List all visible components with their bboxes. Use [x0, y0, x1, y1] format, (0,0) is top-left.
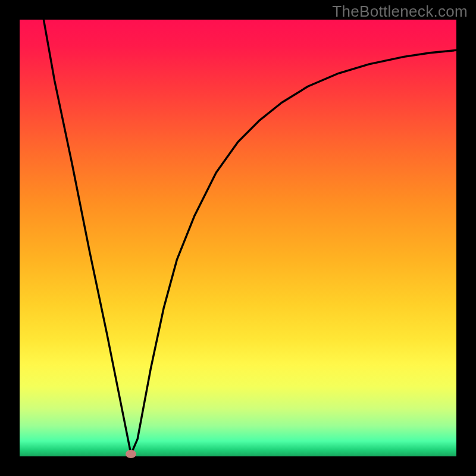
chart-wrapper: TheBottleneck.com	[0, 0, 476, 476]
plot-area	[20, 20, 456, 456]
attribution-label: TheBottleneck.com	[332, 2, 468, 21]
curve-svg	[20, 20, 456, 456]
min-point-marker	[126, 450, 136, 458]
bottleneck-curve-path	[43, 20, 456, 454]
